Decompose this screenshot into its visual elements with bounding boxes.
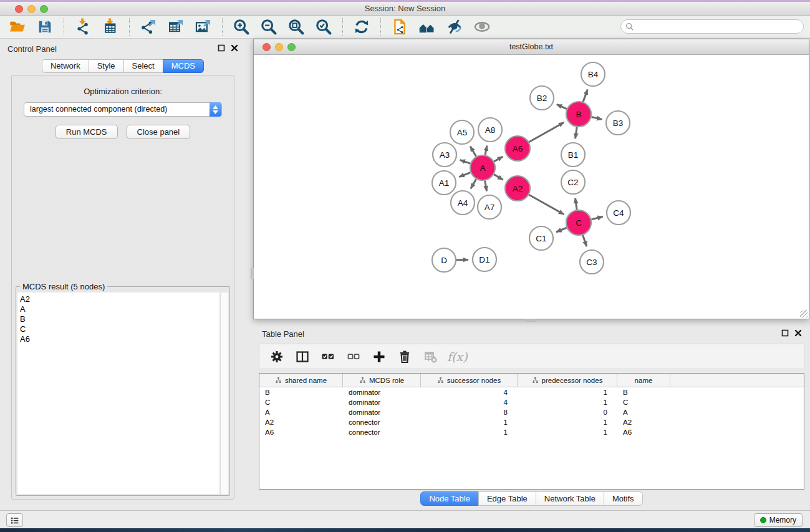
network-window-titlebar[interactable]: testGlobe.txt [254, 39, 809, 55]
edge-A-A3[interactable] [460, 160, 471, 163]
table-cell[interactable]: 8 [421, 407, 518, 417]
mcds-result-item[interactable]: C [20, 324, 219, 334]
table-row[interactable]: Adominator80A [259, 407, 804, 417]
edge-C-C1[interactable] [556, 228, 567, 232]
task-history-button[interactable] [6, 513, 23, 527]
table-cell[interactable]: connector [343, 427, 421, 437]
export-network-icon[interactable] [137, 17, 160, 37]
export-table-icon[interactable] [165, 17, 187, 37]
delete-column-icon[interactable] [396, 348, 413, 365]
memory-button[interactable]: Memory [754, 513, 803, 527]
node-C4[interactable]: C4 [607, 201, 630, 225]
table-cell[interactable]: 1 [518, 417, 617, 427]
network-canvas[interactable]: AA1A2A3A4A5A6A7A8BB1B2B3B4CC1C2C3C4DD1 [254, 55, 809, 319]
tab-select[interactable]: Select [123, 59, 163, 73]
column-header-MCDS-role[interactable]: MCDS role [343, 374, 421, 387]
result-list-scrollbar[interactable] [220, 293, 228, 494]
table-cell[interactable]: A [617, 407, 670, 417]
table-row[interactable]: A6connector11A6 [259, 427, 804, 437]
table-cell[interactable]: dominator [343, 407, 421, 417]
table-cell[interactable]: A [259, 407, 343, 417]
table-cell[interactable]: B [259, 387, 343, 397]
edge-A-A8[interactable] [485, 146, 487, 155]
node-A3[interactable]: A3 [433, 143, 456, 167]
table-cell[interactable]: dominator [343, 397, 421, 407]
criterion-dropdown[interactable]: largest connected component (directed) [24, 102, 222, 117]
deselect-all-icon[interactable] [345, 348, 362, 365]
node-D1[interactable]: D1 [473, 248, 496, 271]
node-A4[interactable]: A4 [451, 191, 475, 215]
edge-A-A2[interactable] [494, 175, 503, 180]
node-C1[interactable]: C1 [529, 226, 553, 250]
edge-A-A6[interactable] [494, 157, 503, 162]
import-table-icon[interactable] [99, 17, 122, 37]
table-cell[interactable]: 0 [518, 407, 617, 417]
node-B2[interactable]: B2 [530, 86, 554, 110]
edge-B-B2[interactable] [557, 104, 567, 109]
tab-network[interactable]: Network [42, 59, 89, 73]
node-B[interactable]: B [566, 102, 591, 127]
edge-C-C3[interactable] [583, 235, 587, 246]
node-B3[interactable]: B3 [606, 111, 630, 135]
node-B4[interactable]: B4 [581, 62, 605, 86]
table-cell[interactable]: 1 [421, 417, 518, 427]
mcds-result-list[interactable]: A2ABCA6 [17, 293, 220, 494]
table-cell[interactable]: 4 [421, 397, 518, 407]
edge-B-B4[interactable] [583, 89, 587, 102]
show-graphics-details-icon[interactable] [471, 17, 493, 37]
tab-motifs[interactable]: Motifs [604, 491, 643, 506]
node-A2[interactable]: A2 [505, 176, 530, 201]
column-view-icon[interactable] [294, 348, 311, 365]
node-C2[interactable]: C2 [561, 170, 585, 194]
edge-C-C2[interactable] [576, 198, 577, 210]
edge-A-A7[interactable] [485, 181, 487, 191]
mcds-result-item[interactable]: B [20, 314, 219, 324]
node-A[interactable]: A [470, 155, 495, 180]
float-panel-icon[interactable] [218, 44, 225, 52]
horizontal-splitter-handle[interactable] [525, 319, 536, 322]
tab-style[interactable]: Style [89, 59, 124, 73]
zoom-fit-icon[interactable] [285, 17, 307, 37]
open-session-icon[interactable] [6, 17, 29, 37]
node-A1[interactable]: A1 [432, 171, 456, 195]
float-table-panel-icon[interactable] [781, 329, 789, 337]
edge-C-C4[interactable] [591, 216, 602, 220]
tab-edge-table[interactable]: Edge Table [478, 491, 536, 506]
close-table-panel-icon[interactable] [794, 329, 802, 337]
mcds-result-item[interactable]: A6 [20, 334, 219, 344]
tab-mcds[interactable]: MCDS [163, 59, 204, 73]
hide-selected-icon[interactable] [443, 17, 466, 37]
zoom-in-icon[interactable] [230, 17, 253, 37]
first-neighbors-icon[interactable] [416, 17, 438, 37]
table-row[interactable]: Bdominator41B [259, 387, 804, 397]
column-header-shared-name[interactable]: shared name [259, 374, 343, 387]
edge-A6-B[interactable] [529, 122, 564, 142]
table-cell[interactable]: A6 [259, 427, 343, 437]
table-cell[interactable]: C [259, 397, 343, 407]
vertical-splitter-handle[interactable] [251, 268, 254, 279]
export-image-icon[interactable] [192, 17, 215, 37]
search-field[interactable] [620, 19, 804, 34]
refresh-icon[interactable] [350, 17, 373, 37]
edge-B-B1[interactable] [576, 127, 577, 138]
table-row[interactable]: Cdominator41C [259, 397, 804, 407]
save-session-icon[interactable] [34, 17, 56, 37]
select-all-icon[interactable] [319, 348, 337, 365]
edge-A-A1[interactable] [459, 173, 470, 177]
table-cell[interactable]: 4 [421, 387, 518, 397]
table-cell[interactable]: connector [343, 417, 421, 427]
column-header-successor-nodes[interactable]: successor nodes [421, 374, 518, 387]
table-cell[interactable]: C [617, 397, 670, 407]
table-cell[interactable]: 1 [421, 427, 518, 437]
column-header-predecessor-nodes[interactable]: predecessor nodes [518, 374, 617, 387]
table-cell[interactable]: A6 [617, 427, 670, 437]
new-network-from-file-icon[interactable] [388, 17, 411, 37]
close-panel-icon[interactable] [231, 44, 238, 52]
node-A7[interactable]: A7 [478, 195, 501, 219]
node-C3[interactable]: C3 [580, 250, 604, 274]
node-B1[interactable]: B1 [561, 143, 585, 167]
table-cell[interactable]: A2 [617, 417, 670, 427]
window-resize-grip[interactable] [800, 310, 808, 318]
close-panel-button[interactable]: Close panel [127, 125, 191, 139]
zoom-selected-icon[interactable] [312, 17, 335, 37]
